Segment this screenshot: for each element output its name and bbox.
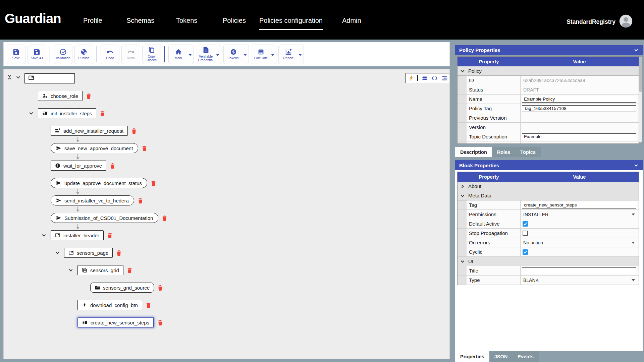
chevron-down-icon[interactable]	[460, 68, 465, 74]
blocks-view-icon[interactable]	[422, 75, 428, 81]
validation-button[interactable]: Validation	[54, 45, 72, 64]
default-active-checkbox[interactable]	[523, 221, 528, 227]
group-row-meta-data[interactable]: Meta Data	[458, 191, 639, 200]
delete-block-button[interactable]	[116, 250, 122, 256]
empty-input[interactable]	[522, 143, 636, 144]
report-button[interactable]: Report	[278, 45, 304, 64]
block-send_installer_vc_to_hedera[interactable]: send_installer_vc_to_hedera	[51, 195, 134, 205]
tree-row: Submission_of_CSD01_Documentation	[51, 213, 167, 223]
delete-block-button[interactable]	[107, 232, 113, 239]
main-button[interactable]: Main	[168, 45, 194, 64]
block-wait_for_approve[interactable]: wait_for_approve	[51, 161, 106, 171]
chevron-down-icon[interactable]	[15, 74, 21, 80]
block-sensors_grid_source[interactable]: sensors_grid_source	[90, 283, 154, 293]
delete-block-button[interactable]	[146, 302, 151, 308]
chevron-down-icon[interactable]	[460, 259, 465, 264]
copy-blocks-button[interactable]: Copy Blocks	[142, 45, 161, 64]
expand-toggle-icon[interactable]	[29, 111, 34, 116]
block-download_config_btn[interactable]: download_config_btn	[77, 300, 142, 310]
collapse-panel-icon[interactable]	[634, 48, 639, 53]
block-choose_role[interactable]: choose_role	[38, 91, 83, 101]
nav-item-policies-configuration[interactable]: Policies configuration	[259, 17, 323, 30]
save-button[interactable]: Save	[7, 45, 25, 64]
delete-block-button[interactable]	[127, 267, 132, 274]
block-create_new_sensor_steps[interactable]: create_new_sensor_steps	[77, 317, 154, 327]
events-bolt-icon[interactable]	[409, 75, 414, 81]
chevron-right-icon[interactable]	[460, 184, 465, 189]
panel-tab-json[interactable]: JSON	[489, 351, 513, 362]
dropdown-caret-icon[interactable]	[632, 279, 635, 281]
delete-block-button[interactable]	[157, 319, 163, 326]
cyclic-checkbox[interactable]	[523, 249, 528, 255]
calculate-button[interactable]: Calculate	[251, 45, 276, 64]
user-menu[interactable]: StandardRegistry	[567, 14, 633, 29]
tokens-button[interactable]: $Tokens	[223, 45, 249, 64]
delete-block-button[interactable]	[86, 93, 92, 99]
nav-item-admin[interactable]: Admin	[342, 17, 361, 29]
tab-icon	[28, 75, 34, 82]
dropdown-caret-icon[interactable]	[299, 54, 302, 56]
stop-propagation-checkbox[interactable]	[523, 231, 528, 236]
topic-description-input[interactable]: Example	[522, 133, 636, 140]
delete-block-button[interactable]	[110, 163, 115, 169]
group-row-ui[interactable]: UI	[458, 257, 639, 266]
policy-tag-input[interactable]: Tag_1655384157108	[522, 105, 636, 112]
dropdown-caret-icon[interactable]	[632, 242, 635, 244]
roles-icon	[42, 93, 48, 99]
block-sensors_page[interactable]: sensors_page	[64, 248, 113, 258]
nav-item-profile[interactable]: Profile	[83, 17, 102, 29]
tree-view-icon[interactable]	[441, 75, 447, 81]
scrollbar-thumb[interactable]	[639, 57, 642, 92]
collapse-panel-icon[interactable]	[634, 163, 639, 168]
block-Submission_of_CSD01_Documentation[interactable]: Submission_of_CSD01_Documentation	[51, 213, 158, 223]
steps-icon	[82, 320, 88, 325]
delete-block-button[interactable]	[162, 215, 167, 221]
avatar[interactable]	[619, 14, 633, 29]
property-row-version: Version	[458, 123, 639, 132]
block-save_new_approve_document[interactable]: save_new_approve_document	[51, 143, 138, 153]
block-sensors_grid[interactable]: sensors_grid	[77, 265, 123, 275]
block-installer_header[interactable]: installer_header	[51, 230, 104, 240]
save-icon	[12, 48, 20, 56]
delete-block-button[interactable]	[157, 285, 163, 291]
block-init_installer_steps[interactable]: init_installer_steps	[38, 108, 96, 118]
root-block[interactable]	[24, 73, 75, 83]
name-input[interactable]: Example Policy	[522, 96, 636, 103]
dropdown-caret-icon[interactable]	[271, 54, 274, 56]
group-row-about[interactable]: About	[458, 182, 639, 191]
publish-button[interactable]: Publish	[74, 45, 93, 64]
save-as-button[interactable]: Save As	[28, 45, 46, 64]
nav-item-tokens[interactable]: Tokens	[176, 17, 197, 29]
block-update_approve_document_status[interactable]: update_approve_document_status	[51, 178, 147, 188]
dropdown-caret-icon[interactable]	[189, 54, 192, 56]
undo-button[interactable]: Undo	[101, 45, 119, 64]
expand-toggle-icon[interactable]	[68, 267, 73, 273]
panel-tab-properties[interactable]: Properties	[455, 351, 489, 362]
collapse-all-icon[interactable]	[7, 74, 12, 80]
code-view-icon[interactable]	[431, 76, 438, 81]
delete-block-button[interactable]	[151, 180, 156, 186]
nav-item-policies[interactable]: Policies	[223, 17, 246, 29]
policy-tab-description[interactable]: Description	[455, 147, 492, 157]
group-row-policy[interactable]: Policy	[458, 66, 639, 76]
expand-toggle-icon[interactable]	[55, 250, 60, 255]
dropdown-caret-icon[interactable]	[632, 214, 635, 216]
nav-item-schemas[interactable]: Schemas	[126, 17, 154, 29]
delete-block-button[interactable]	[131, 128, 137, 134]
policy-tab-topics[interactable]: Topics	[515, 147, 541, 157]
block-add_new_installer_request[interactable]: add_new_installer_request	[51, 126, 128, 136]
dropdown-caret-icon[interactable]	[244, 54, 247, 56]
connector-arrow-icon	[76, 206, 80, 212]
delete-block-button[interactable]	[142, 145, 147, 152]
tag-input[interactable]: create_new_sensor_steps	[522, 202, 636, 208]
delete-block-button[interactable]	[138, 197, 143, 204]
policy-tab-roles[interactable]: Roles	[492, 147, 516, 157]
panel-tab-events[interactable]: Events	[513, 351, 539, 362]
chevron-down-icon[interactable]	[460, 193, 465, 198]
expand-toggle-icon[interactable]	[41, 233, 47, 238]
delete-block-button[interactable]	[100, 110, 105, 117]
dropdown-caret-icon[interactable]	[216, 54, 219, 56]
tree-row: choose_role	[38, 91, 92, 101]
verifiable-credential-button[interactable]: Verifiable Credential	[196, 45, 221, 64]
title-input[interactable]	[522, 267, 636, 274]
